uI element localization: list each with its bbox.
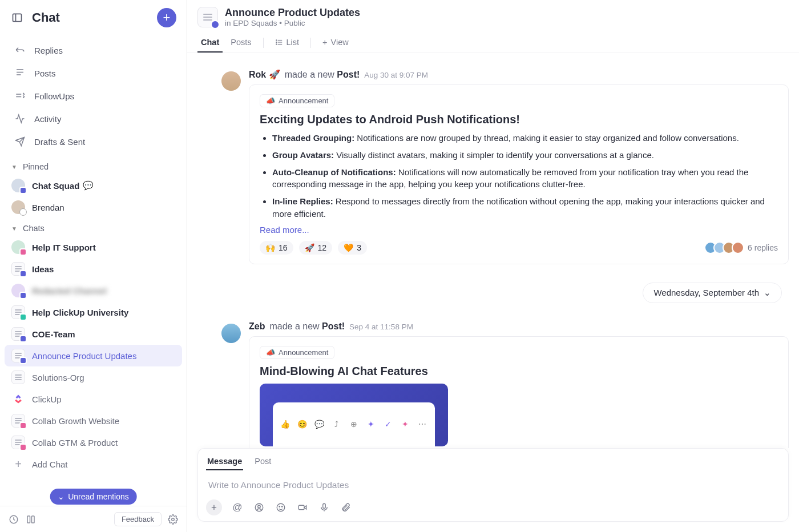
svg-point-15 <box>279 506 280 507</box>
more-icon: ⋯ <box>418 420 427 429</box>
tab-add-view[interactable]: + View <box>319 33 352 53</box>
composer-tab-message[interactable]: Message <box>206 453 243 470</box>
tag-icon: ⊕ <box>349 420 358 429</box>
svg-point-9 <box>276 40 276 41</box>
chats-section-header[interactable]: ▼ Chats <box>0 218 187 236</box>
chat-ideas[interactable]: Ideas <box>5 258 182 280</box>
announcement-badge: 📣Announcement <box>260 94 334 107</box>
reaction-button[interactable]: 🙌16 <box>260 241 293 255</box>
emoji-icon: 😊 <box>298 420 307 429</box>
channel-badge-icon <box>19 248 27 256</box>
add-chat-button[interactable]: + Add Chat <box>5 453 182 475</box>
avatar[interactable] <box>221 324 241 343</box>
chat-announce-product-updates[interactable]: Announce Product Updates <box>5 345 182 366</box>
list-icon <box>275 38 283 46</box>
post-card[interactable]: 📣Announcement Mind-Blowing AI Chat Featu… <box>249 336 789 449</box>
post-author[interactable]: Zeb <box>249 321 265 332</box>
layout-icon[interactable] <box>25 514 37 525</box>
avatar <box>11 240 25 254</box>
unread-mentions-pill[interactable]: ⌄ Unread mentions <box>50 489 137 505</box>
emoji-icon[interactable] <box>275 501 287 514</box>
chevron-down-icon: ⌄ <box>764 288 771 298</box>
nav-replies[interactable]: Replies <box>7 39 180 62</box>
new-chat-button[interactable]: + <box>157 8 176 27</box>
chat-solutions-org[interactable]: Solutions-Org <box>5 366 182 388</box>
list-icon <box>11 436 25 449</box>
activity-icon <box>14 112 26 125</box>
chat-help-it-support[interactable]: Help IT Support <box>5 236 182 258</box>
post-author[interactable]: Rok 🚀 <box>249 69 280 80</box>
avatar <box>11 200 25 214</box>
composer-input[interactable] <box>206 474 780 496</box>
channel-header: Announce Product Updates in EPD Squads •… <box>187 0 799 53</box>
video-icon[interactable] <box>296 501 309 514</box>
composer-add-button[interactable]: + <box>206 499 222 515</box>
caret-down-icon: ▼ <box>11 225 17 232</box>
thumb-up-icon: 👍 <box>281 420 290 429</box>
avatar <box>11 179 25 192</box>
channel-breadcrumb[interactable]: in EPD Squads • Public <box>225 19 360 27</box>
caret-down-icon: ▼ <box>11 164 17 170</box>
reaction-button[interactable]: 🧡3 <box>338 241 367 255</box>
pinned-brendan[interactable]: Brendan <box>5 196 182 218</box>
channel-badge-icon <box>19 422 27 429</box>
chat-collab-growth[interactable]: Collab Growth Website <box>5 410 182 432</box>
mic-icon[interactable] <box>318 501 330 514</box>
clock-icon[interactable] <box>8 514 19 525</box>
pinned-chat-squad[interactable]: Chat Squad 💬 <box>5 175 182 196</box>
channel-badge-icon <box>19 335 27 342</box>
send-icon <box>14 135 26 148</box>
post-media: 👍 😊 💬 ⤴ ⊕ ✦ ✓ ✦ ⋯ <box>260 384 448 446</box>
panel-toggle-icon[interactable] <box>10 11 24 25</box>
sidebar-title: Chat <box>32 10 157 25</box>
chat-redacted[interactable]: Redacted Channel <box>5 280 182 301</box>
check-icon: ✓ <box>384 420 393 429</box>
nav-followups[interactable]: FollowUps <box>7 84 180 107</box>
main-content: Announce Product Updates in EPD Squads •… <box>187 0 799 532</box>
clickup-icon <box>11 392 25 406</box>
reaction-button[interactable]: 🚀12 <box>299 241 333 255</box>
nav-posts[interactable]: Posts <box>7 62 180 84</box>
tab-chat[interactable]: Chat <box>197 33 223 53</box>
chat-help-clickup-u[interactable]: Help ClickUp University <box>5 301 182 323</box>
svg-point-13 <box>258 505 261 508</box>
pinned-section-header[interactable]: ▼ Pinned <box>0 156 187 175</box>
avatar-stack <box>704 241 744 254</box>
composer-tab-post[interactable]: Post <box>253 453 272 470</box>
message-feed[interactable]: Rok 🚀 made a new Post! Aug 30 at 9:07 PM… <box>187 53 799 448</box>
chat-collab-gtm[interactable]: Collab GTM & Product <box>5 432 182 453</box>
list-icon <box>11 305 25 319</box>
settings-icon[interactable] <box>167 514 179 525</box>
chat-coe-team[interactable]: COE-Team <box>5 323 182 345</box>
replies-link[interactable]: 6 replies <box>704 241 778 254</box>
nav-drafts-sent[interactable]: Drafts & Sent <box>7 130 180 153</box>
read-more-link[interactable]: Read more... <box>260 225 309 235</box>
tab-list[interactable]: List <box>272 33 303 53</box>
svg-rect-0 <box>13 14 22 21</box>
mention-group-icon[interactable] <box>253 501 265 514</box>
channel-badge-icon <box>19 292 27 299</box>
tab-posts[interactable]: Posts <box>227 33 255 53</box>
post-timestamp: Aug 30 at 9:07 PM <box>364 71 428 79</box>
channel-badge-icon <box>19 270 27 277</box>
date-divider[interactable]: Wednesday, September 4th ⌄ <box>643 283 782 303</box>
mention-icon[interactable]: @ <box>231 501 244 514</box>
list-icon <box>11 370 25 384</box>
chat-clickup[interactable]: ClickUp <box>5 388 182 410</box>
attach-icon[interactable] <box>340 501 352 514</box>
feedback-button[interactable]: Feedback <box>114 512 162 526</box>
channel-badge-icon <box>19 187 27 194</box>
megaphone-icon: 📣 <box>266 348 275 357</box>
avatar <box>11 284 25 297</box>
share-icon: ⤴ <box>332 420 341 429</box>
list-icon <box>11 262 25 276</box>
post-title: Exciting Updates to Android Push Notific… <box>260 113 778 126</box>
svg-rect-4 <box>32 516 35 523</box>
svg-rect-17 <box>298 505 304 510</box>
ai-icon: ✦ <box>401 420 410 429</box>
post-card[interactable]: 📣Announcement Exciting Updates to Androi… <box>249 84 789 264</box>
avatar[interactable] <box>221 71 241 91</box>
nav-activity[interactable]: Activity <box>7 107 180 130</box>
list-icon <box>11 327 25 341</box>
message-composer: Message Post + @ <box>197 448 789 522</box>
